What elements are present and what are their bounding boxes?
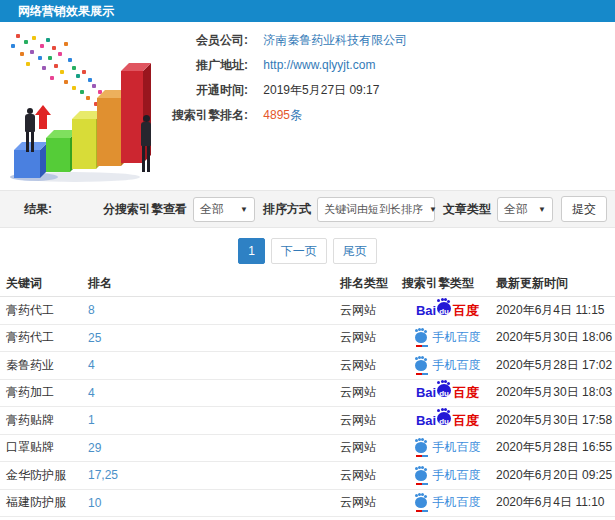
rank-type-cell: 云网站 <box>340 384 402 401</box>
table-row: 膏药代工 25 云网站 手机百度 2020年5月30日 18:06 <box>0 325 615 353</box>
updated-cell: 2020年6月20日 09:25 <box>493 467 615 484</box>
keyword-cell: 金华防护服 <box>0 467 88 484</box>
baidu-paw-icon: du <box>437 384 451 397</box>
rank-link[interactable]: 4 <box>88 386 95 400</box>
table-body: 膏药代工 8 云网站 Bai du 百度 2020年6月4日 11:15 膏药代… <box>0 297 615 517</box>
sort-select[interactable]: 关键词由短到长排序▼ <box>317 197 435 222</box>
bar-green <box>46 138 70 172</box>
rank-link[interactable]: 29 <box>88 441 101 455</box>
updated-cell: 2020年6月4日 11:10 <box>493 494 615 511</box>
bar-orange <box>97 98 121 166</box>
rank-link[interactable]: 1 <box>88 413 95 427</box>
info-row-site: 推广地址: http://www.qlyyjt.com <box>162 57 375 73</box>
last-page-button[interactable]: 尾页 <box>333 238 377 264</box>
rank-link[interactable]: 10 <box>88 496 101 510</box>
rank-link[interactable]: 17,25 <box>88 468 118 482</box>
updated-cell: 2020年5月30日 18:06 <box>493 329 615 346</box>
pagination: 1 下一页 尾页 <box>0 238 615 264</box>
rank-link[interactable]: 4 <box>88 358 95 372</box>
window-titlebar: 网络营销效果展示 <box>0 0 615 22</box>
header-updated: 最新更新时间 <box>493 275 615 292</box>
rank-count: 4895条 <box>263 108 302 122</box>
baidu-paw-icon <box>415 470 427 481</box>
site-label: 推广地址: <box>162 57 248 73</box>
mobile-baidu-logo: 手机百度 <box>415 357 481 374</box>
sort-label: 排序方式 <box>263 201 311 218</box>
page: 网络营销效果展示 会员公司: 济南秦鲁药业科技有限公司 推广地址: http:/… <box>0 0 615 520</box>
header-rank-type: 排名类型 <box>340 275 402 292</box>
article-type-label: 文章类型 <box>443 201 491 218</box>
confetti-dots <box>2 26 6 30</box>
table-row: 膏药贴牌 1 云网站 Bai du 百度 2020年5月30日 17:58 <box>0 407 615 435</box>
rank-label: 搜索引擎排名: <box>162 107 248 123</box>
article-type-select[interactable]: 全部▼ <box>497 197 553 222</box>
baidu-paw-icon <box>415 360 427 371</box>
keyword-rank-table: 关键词 排名 排名类型 搜索引擎类型 最新更新时间 膏药代工 8 云网站 Bai… <box>0 270 615 517</box>
baidu-paw-icon: du <box>437 302 451 315</box>
keyword-cell: 膏药代工 <box>0 329 88 346</box>
rank-type-cell: 云网站 <box>340 439 402 456</box>
mobile-baidu-logo: 手机百度 <box>415 329 481 346</box>
table-row: 福建防护服 10 云网站 手机百度 2020年6月4日 11:10 <box>0 490 615 518</box>
next-page-button[interactable]: 下一页 <box>271 238 327 264</box>
filter-bar: 结果: 分搜索引擎查看 全部▼ 排序方式 关键词由短到长排序▼ 文章类型 全部▼… <box>0 190 615 228</box>
chevron-down-icon: ▼ <box>240 205 248 214</box>
baidu-logo: Bai du 百度 <box>416 385 479 400</box>
company-link[interactable]: 济南秦鲁药业科技有限公司 <box>263 33 407 47</box>
mobile-baidu-logo: 手机百度 <box>415 439 481 456</box>
mobile-baidu-logo: 手机百度 <box>415 467 481 484</box>
submit-button[interactable]: 提交 <box>561 196 607 222</box>
rank-link[interactable]: 8 <box>88 303 95 317</box>
table-row: 膏药代工 8 云网站 Bai du 百度 2020年6月4日 11:15 <box>0 297 615 325</box>
rank-link[interactable]: 25 <box>88 331 101 345</box>
results-label: 结果: <box>24 201 52 218</box>
businessman-figure-left <box>22 108 38 152</box>
updated-cell: 2020年6月4日 11:15 <box>493 302 615 319</box>
keyword-cell: 口罩贴牌 <box>0 439 88 456</box>
bar-blue <box>14 150 40 178</box>
keyword-cell: 膏药贴牌 <box>0 412 88 429</box>
table-row: 秦鲁药业 4 云网站 手机百度 2020年5月28日 17:02 <box>0 352 615 380</box>
updated-cell: 2020年5月30日 18:03 <box>493 384 615 401</box>
header-rank: 排名 <box>88 275 340 292</box>
header-engine-type: 搜索引擎类型 <box>402 275 493 292</box>
table-row: 膏药加工 4 云网站 Bai du 百度 2020年5月30日 18:03 <box>0 380 615 408</box>
info-row-company: 会员公司: 济南秦鲁药业科技有限公司 <box>162 32 407 48</box>
keyword-cell: 秦鲁药业 <box>0 357 88 374</box>
site-link[interactable]: http://www.qlyyjt.com <box>263 58 375 72</box>
company-label: 会员公司: <box>162 32 248 48</box>
table-row: 金华防护服 17,25 云网站 手机百度 2020年6月20日 09:25 <box>0 462 615 490</box>
bar-chart-illustration <box>2 26 172 178</box>
updated-cell: 2020年5月30日 17:58 <box>493 412 615 429</box>
table-header-row: 关键词 排名 排名类型 搜索引擎类型 最新更新时间 <box>0 270 615 297</box>
baidu-paw-icon <box>415 497 427 508</box>
chevron-down-icon: ▼ <box>538 205 546 214</box>
info-row-rank: 搜索引擎排名: 4895条 <box>162 107 302 123</box>
keyword-cell: 膏药加工 <box>0 384 88 401</box>
opened-label: 开通时间: <box>162 82 248 98</box>
updated-cell: 2020年5月28日 17:02 <box>493 357 615 374</box>
keyword-cell: 福建防护服 <box>0 494 88 511</box>
rank-type-cell: 云网站 <box>340 467 402 484</box>
rank-type-cell: 云网站 <box>340 412 402 429</box>
page-title: 网络营销效果展示 <box>18 4 114 18</box>
bar-yellow <box>72 119 96 169</box>
baidu-logo: Bai du 百度 <box>416 303 479 318</box>
page-1-button[interactable]: 1 <box>238 238 265 264</box>
baidu-paw-icon: du <box>437 412 451 425</box>
rank-type-cell: 云网站 <box>340 329 402 346</box>
baidu-paw-icon <box>415 442 427 453</box>
engine-view-select[interactable]: 全部▼ <box>193 197 255 222</box>
rank-type-cell: 云网站 <box>340 494 402 511</box>
engine-view-label: 分搜索引擎查看 <box>103 201 187 218</box>
table-row: 口罩贴牌 29 云网站 手机百度 2020年5月28日 16:55 <box>0 435 615 463</box>
mobile-baidu-logo: 手机百度 <box>415 494 481 511</box>
rank-type-cell: 云网站 <box>340 357 402 374</box>
baidu-paw-icon <box>415 332 427 343</box>
updated-cell: 2020年5月28日 16:55 <box>493 439 615 456</box>
opened-value: 2019年5月27日 09:17 <box>263 83 379 97</box>
info-row-opened: 开通时间: 2019年5月27日 09:17 <box>162 82 379 98</box>
rank-type-cell: 云网站 <box>340 302 402 319</box>
chevron-down-icon: ▼ <box>429 205 437 214</box>
businessman-figure-right <box>138 115 154 172</box>
